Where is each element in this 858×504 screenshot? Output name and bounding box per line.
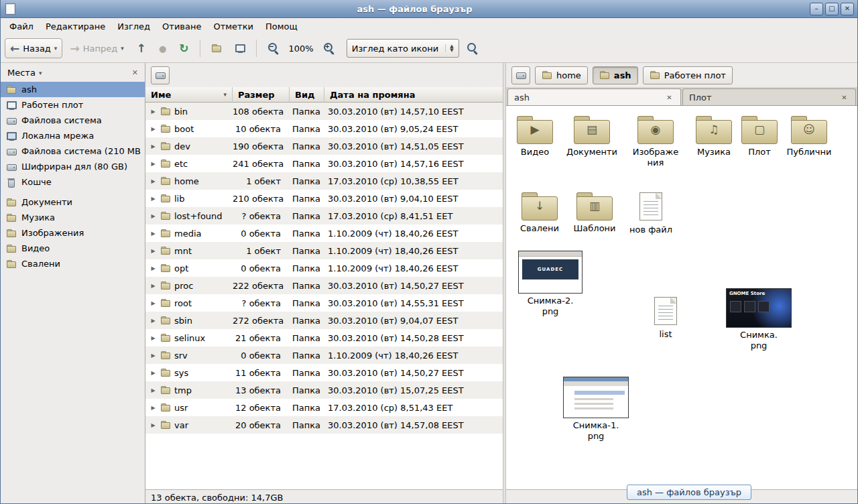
sidebar-item-4[interactable]: Файлова система (210 MB) [1,143,145,159]
expander-icon[interactable]: ▶ [149,143,157,149]
titlebar[interactable]: ash — файлов браузър – □ ✕ [1,0,857,18]
icon-item-1[interactable]: ▤Документи [562,114,621,158]
icon-item-11[interactable]: GNOME StoreСнимка.png [723,288,794,352]
view-mode-select[interactable]: Изглед като икони ▲▼ [347,39,459,58]
sidebar-item-2[interactable]: Файлова система [1,113,145,128]
expander-icon[interactable]: ▶ [149,109,157,115]
expander-icon[interactable]: ▶ [149,231,157,237]
tree-row-media[interactable]: ▶media0 обектаПапка1.10.2009 (чт) 18,40,… [145,225,503,242]
column-header-date[interactable]: Дата на промяна [324,87,503,103]
tree-row-tmp[interactable]: ▶tmp13 обектаПапка30.03.2010 (вт) 15,07,… [145,381,503,399]
tree-row-etc[interactable]: ▶etc241 обектаПапка30.03.2010 (вт) 14,57… [145,155,503,172]
icon-item-3[interactable]: ♫Музика [688,114,739,158]
expander-icon[interactable]: ▶ [149,370,157,376]
sidebar-item-5[interactable]: Шифриран дял (80 GB) [1,159,145,174]
menu-item-4[interactable]: Отметки [207,19,259,34]
expander-icon[interactable]: ▶ [149,248,157,254]
pathbar-button-ash[interactable]: ash [593,66,638,84]
tree-row-sys[interactable]: ▶sys11 обектаПапка30.03.2010 (вт) 14,50,… [145,364,503,381]
forward-button[interactable]: → Напред ▾ [64,38,129,58]
zoom-out-button[interactable]: − [262,38,285,58]
pathbar-button-desktop[interactable]: Работен плот [643,66,733,84]
expander-icon[interactable]: ▶ [149,196,157,202]
tree-row-srv[interactable]: ▶srv0 обектаПапка1.10.2009 (чт) 18,40,26… [145,346,503,364]
menu-item-2[interactable]: Изглед [111,19,156,34]
sidebar-item-3[interactable]: Локална мрежа [1,128,145,143]
tree-row-bin[interactable]: ▶bin108 обектаПапка30.03.2010 (вт) 14,57… [145,103,503,120]
tab-ash[interactable]: ash✕ [507,88,681,105]
tree-row-home[interactable]: ▶home1 обектПапка17.03.2010 (ср) 10,38,5… [145,172,503,190]
expander-icon[interactable]: ▶ [149,126,157,132]
tree-row-dev[interactable]: ▶dev190 обектаПапка30.03.2010 (вт) 14,51… [145,137,503,155]
icon-item-6[interactable]: ↓Свалени [511,190,568,234]
sidebar-item-9[interactable]: Изображения [1,225,145,241]
expander-icon[interactable]: ▶ [149,283,157,289]
sidebar-item-1[interactable]: Работен плот [1,97,145,113]
back-button[interactable]: ← Назад ▾ [5,38,62,58]
expander-icon[interactable]: ▶ [149,335,157,341]
pathbar-button-root[interactable] [511,66,530,84]
tree-row-usr[interactable]: ▶usr12 обектаПапка17.03.2010 (ср) 8,51,4… [145,399,503,416]
menu-item-3[interactable]: Отиване [156,19,207,34]
minimize-button[interactable]: – [810,3,823,15]
column-header-type[interactable]: Вид [290,87,324,103]
tree-row-selinux[interactable]: ▶selinux21 обектаПапка30.03.2010 (вт) 14… [145,329,503,346]
back-history-dropdown-icon[interactable]: ▾ [54,45,58,52]
icon-item-9[interactable]: GUADECСнимка-2.png [517,251,584,318]
menu-item-5[interactable]: Помощ [259,19,304,34]
expander-icon[interactable]: ▶ [149,300,157,306]
icon-item-8[interactable]: нов файл [624,190,678,235]
tab-close-icon[interactable]: ✕ [839,92,849,103]
sidebar-item-11[interactable]: Свалени [1,256,145,271]
tab-close-icon[interactable]: ✕ [664,92,674,103]
sidebar-item-8[interactable]: Музика [1,210,145,225]
icon-view[interactable]: ▶Видео▤Документи◉Изображения♫Музика▢Плот… [506,106,857,489]
tree-row-lib[interactable]: ▶lib210 обектаПапка30.03.2010 (вт) 9,04,… [145,190,503,207]
close-button[interactable]: ✕ [841,3,854,15]
tree-row-opt[interactable]: ▶opt0 обектаПапка1.10.2009 (чт) 18,40,26… [145,259,503,277]
expander-icon[interactable]: ▶ [149,318,157,324]
stop-button[interactable]: ● [154,38,172,58]
column-header-name[interactable]: Име ▾ [145,87,233,103]
expander-icon[interactable]: ▶ [149,161,157,167]
expander-icon[interactable]: ▶ [149,265,157,271]
sidebar-item-10[interactable]: Видео [1,241,145,256]
maximize-button[interactable]: □ [825,3,839,15]
tree-row-sbin[interactable]: ▶sbin272 обектаПапка30.03.2010 (вт) 9,04… [145,312,503,329]
sidebar-item-0[interactable]: ash [1,82,145,97]
computer-button[interactable] [229,38,251,58]
icon-item-7[interactable]: ▥Шаблони [566,190,623,234]
expander-icon[interactable]: ▶ [149,178,157,184]
tree-row-proc[interactable]: ▶proc222 обектаПапка30.03.2010 (вт) 14,5… [145,277,503,294]
column-header-size[interactable]: Размер [233,87,290,103]
pathbar-button-filesystem[interactable] [151,66,170,84]
menu-item-0[interactable]: Файл [3,19,40,34]
pathbar-button-home[interactable]: home [535,66,588,84]
taskbar-window-label[interactable]: ash — файлов браузър [627,485,751,500]
tab-Плот[interactable]: Плот✕ [682,88,856,105]
tree-row-var[interactable]: ▶var20 обектаПапка30.03.2010 (вт) 14,57,… [145,416,503,434]
tree-row-lost+found[interactable]: ▶lost+found? обектаПапка17.03.2010 (ср) … [145,207,503,225]
icon-item-12[interactable]: Снимка-1.png [562,377,629,442]
icon-item-5[interactable]: ☺Публични [781,114,837,158]
icon-item-0[interactable]: ▶Видео [507,114,562,158]
tree-row-root[interactable]: ▶root? обектаПапка30.03.2010 (вт) 14,55,… [145,294,503,312]
up-button[interactable]: ↑ [131,38,151,58]
expander-icon[interactable]: ▶ [149,405,157,411]
places-dropdown-icon[interactable]: ▾ [39,70,42,76]
expander-icon[interactable]: ▶ [149,213,157,219]
reload-button[interactable]: ↻ [174,38,194,58]
sidebar-item-7[interactable]: Документи [1,194,145,210]
tree-row-mnt[interactable]: ▶mnt1 обектПапка1.10.2009 (чт) 18,40,26 … [145,242,503,259]
icon-item-4[interactable]: ▢Плот [738,114,781,158]
icon-item-10[interactable]: list [639,295,692,340]
places-title[interactable]: Места [7,68,36,78]
menu-item-1[interactable]: Редактиране [40,19,111,34]
zoom-in-button[interactable]: + [318,38,341,58]
expander-icon[interactable]: ▶ [149,422,157,428]
expander-icon[interactable]: ▶ [149,353,157,359]
sidebar-item-6[interactable]: Кошче [1,174,145,190]
icon-item-2[interactable]: ◉Изображения [625,114,686,169]
tree-row-boot[interactable]: ▶boot10 обектаПапка30.03.2010 (вт) 9,05,… [145,120,503,137]
search-button[interactable] [461,38,484,58]
